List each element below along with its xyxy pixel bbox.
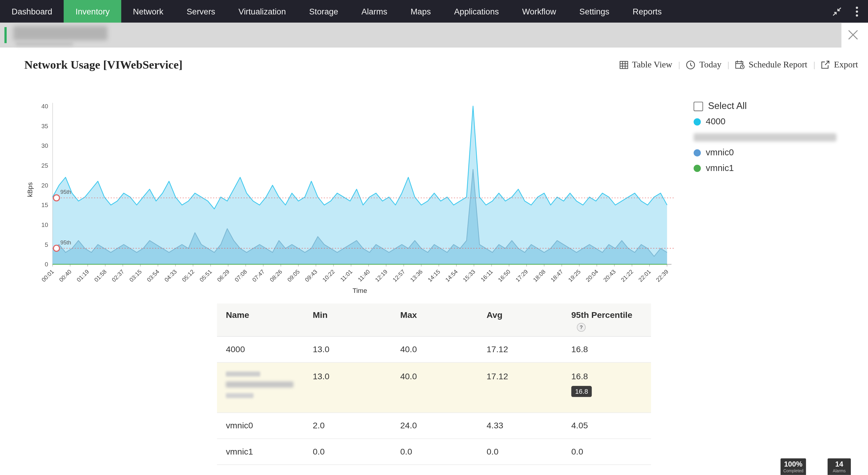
- series-dot-4000: [693, 118, 701, 125]
- svg-text:Time: Time: [352, 287, 367, 294]
- cell-name: vmnic1: [217, 447, 304, 456]
- app-root: Dashboard Inventory Network Servers Virt…: [0, 0, 868, 475]
- cell-95th: 16.8: [562, 344, 651, 354]
- legend-label-4000: 4000: [706, 117, 725, 127]
- toolbar-separator: |: [813, 60, 815, 69]
- svg-text:22:01: 22:01: [637, 269, 652, 283]
- series-dot-vmnic0: [693, 149, 701, 156]
- schedule-report-button[interactable]: Schedule Report: [735, 60, 807, 70]
- nav-item-workflow[interactable]: Workflow: [510, 0, 568, 23]
- cell-min: 13.0: [304, 371, 391, 405]
- col-min: Min: [304, 310, 391, 332]
- banner-close-icon[interactable]: [846, 28, 861, 42]
- nav-item-applications[interactable]: Applications: [442, 0, 510, 23]
- svg-text:20:43: 20:43: [602, 269, 617, 283]
- col-avg: Avg: [478, 310, 562, 332]
- svg-text:16:50: 16:50: [497, 269, 512, 283]
- legend-label-vmnic1: vmnic1: [706, 163, 734, 173]
- cell-min: 2.0: [304, 421, 391, 431]
- svg-text:02:37: 02:37: [111, 269, 125, 283]
- nav-item-reports[interactable]: Reports: [621, 0, 673, 23]
- banner-redacted-title: [13, 26, 107, 40]
- export-button[interactable]: Export: [821, 60, 858, 70]
- svg-text:03:54: 03:54: [146, 268, 160, 283]
- svg-text:95th: 95th: [60, 189, 71, 195]
- collapse-icon[interactable]: [832, 6, 843, 17]
- top-nav: Dashboard Inventory Network Servers Virt…: [0, 0, 868, 23]
- table-row-redacted: 13.0 40.0 17.12 16.8 16.8: [217, 363, 651, 413]
- toolbar-separator: |: [678, 60, 680, 69]
- nav-item-servers[interactable]: Servers: [175, 0, 227, 23]
- nav-item-virtualization[interactable]: Virtualization: [227, 0, 298, 23]
- nav-item-storage[interactable]: Storage: [298, 0, 350, 23]
- cell-min: 0.0: [304, 447, 391, 456]
- legend-item-vmnic1[interactable]: vmnic1: [693, 163, 836, 173]
- svg-text:15: 15: [41, 202, 48, 208]
- network-usage-chart: 051015202530354000:0100:4001:1901:5802:3…: [25, 87, 684, 300]
- banner-accent-bar: [4, 27, 7, 43]
- notification-banner: [0, 23, 841, 47]
- nav-item-settings[interactable]: Settings: [568, 0, 621, 23]
- select-all-label: Select All: [708, 101, 747, 112]
- cell-name-redacted: [217, 371, 304, 405]
- svg-text:kBps: kBps: [26, 182, 34, 197]
- progress-value: 100%: [783, 461, 803, 468]
- cell-avg: 4.33: [478, 421, 562, 431]
- schedule-report-label: Schedule Report: [749, 60, 807, 70]
- period-button[interactable]: Today: [686, 60, 721, 70]
- toolbar-separator: |: [727, 60, 730, 69]
- svg-text:11:40: 11:40: [356, 269, 371, 283]
- percentile-help-icon[interactable]: ?: [577, 323, 586, 332]
- svg-text:11:01: 11:01: [339, 269, 353, 283]
- nav-item-alarms[interactable]: Alarms: [350, 0, 399, 23]
- cell-95th: 16.8 16.8: [562, 371, 651, 405]
- nav-right-controls: [832, 0, 863, 23]
- alarm-count: 14: [830, 461, 848, 468]
- table-view-button[interactable]: Table View: [619, 60, 673, 70]
- legend-item-vmnic0[interactable]: vmnic0: [693, 147, 836, 158]
- nav-item-inventory[interactable]: Inventory: [64, 0, 121, 23]
- banner-redacted-subtitle: [16, 41, 73, 46]
- table-view-label: Table View: [632, 60, 673, 70]
- svg-text:30: 30: [41, 142, 48, 149]
- svg-text:20:04: 20:04: [585, 268, 599, 283]
- export-label: Export: [834, 60, 858, 70]
- svg-text:19:25: 19:25: [567, 269, 582, 283]
- svg-text:01:19: 01:19: [75, 269, 90, 283]
- report-toolbar: Table View | Today | Schedule Report | E…: [619, 60, 858, 70]
- nav-item-dashboard[interactable]: Dashboard: [0, 0, 64, 23]
- table-row-vmnic1: vmnic1 0.0 0.0 0.0 0.0: [217, 439, 651, 465]
- svg-text:09:43: 09:43: [304, 269, 318, 283]
- alarm-label: Alarms: [830, 468, 848, 474]
- svg-text:13:36: 13:36: [409, 269, 424, 283]
- svg-text:00:40: 00:40: [58, 269, 73, 283]
- svg-text:22:39: 22:39: [655, 269, 670, 283]
- period-label: Today: [700, 60, 721, 70]
- col-name: Name: [217, 310, 304, 332]
- svg-text:18:08: 18:08: [532, 269, 547, 283]
- discovery-progress-badge[interactable]: 100% Completed: [781, 459, 806, 475]
- svg-text:95th: 95th: [60, 239, 71, 246]
- svg-text:12:57: 12:57: [392, 269, 406, 283]
- series-dot-vmnic1: [693, 164, 701, 172]
- svg-text:20: 20: [41, 182, 48, 189]
- cell-max: 40.0: [392, 371, 478, 405]
- svg-text:14:54: 14:54: [444, 268, 459, 283]
- nav-item-maps[interactable]: Maps: [399, 0, 443, 23]
- cell-max: 0.0: [392, 447, 478, 456]
- legend-item-4000[interactable]: 4000: [693, 117, 836, 127]
- alarms-count-badge[interactable]: 14 Alarms: [828, 459, 851, 475]
- svg-text:25: 25: [41, 162, 48, 169]
- select-all-checkbox[interactable]: [693, 101, 703, 111]
- nav-item-network[interactable]: Network: [121, 0, 175, 23]
- svg-text:10:22: 10:22: [321, 269, 336, 283]
- table-row-4000: 4000 13.0 40.0 17.12 16.8: [217, 337, 651, 363]
- svg-text:14:15: 14:15: [427, 269, 441, 283]
- svg-text:01:58: 01:58: [93, 269, 108, 283]
- kebab-menu-icon[interactable]: [851, 6, 863, 17]
- select-all-row[interactable]: Select All: [693, 101, 836, 111]
- svg-text:17:29: 17:29: [515, 269, 529, 283]
- svg-text:03:15: 03:15: [128, 269, 143, 283]
- legend-item-redacted[interactable]: [693, 132, 836, 142]
- value-tooltip: 16.8: [571, 386, 592, 397]
